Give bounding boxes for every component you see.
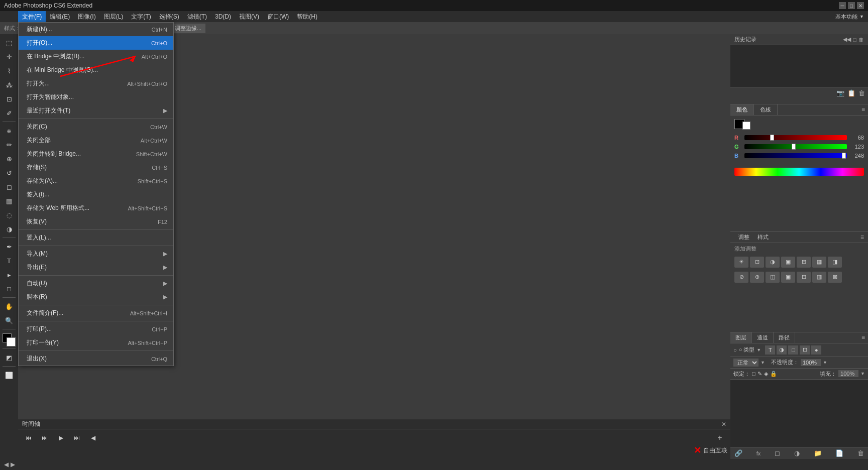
menu-filter[interactable]: 滤镜(T) [183, 11, 211, 22]
menu-save-as[interactable]: 存储为(A)... Shift+Ctrl+S [19, 174, 173, 188]
menu-view[interactable]: 视图(V) [235, 11, 263, 22]
menubar: 文件(F) 编辑(E) 图像(I) 图层(L) 文字(T) 选择(S) 滤镜(T… [0, 11, 868, 22]
menu-sep-2 [19, 229, 173, 230]
menu-layer[interactable]: 图层(L) [100, 11, 128, 22]
workspace-label: 基本功能 [835, 13, 857, 21]
menu-print[interactable]: 打印(P)... Ctrl+P [19, 322, 173, 336]
minimize-button[interactable]: ─ [839, 2, 846, 9]
menu-browse-bridge[interactable]: 在 Bridge 中浏览(B)... Alt+Ctrl+O [19, 50, 173, 63]
maximize-button[interactable]: □ [848, 2, 855, 9]
menu-print-one[interactable]: 打印一份(Y) Alt+Shift+Ctrl+P [19, 336, 173, 349]
menu-help[interactable]: 帮助(H) [293, 11, 321, 22]
menu-image[interactable]: 图像(I) [74, 11, 99, 22]
menu-new[interactable]: 新建(N)... Ctrl+N [19, 23, 173, 36]
menu-close[interactable]: 关闭(C) Ctrl+W [19, 120, 173, 134]
menu-save-web[interactable]: 存储为 Web 所用格式... Alt+Shift+Ctrl+S [19, 201, 173, 215]
menu-checkin[interactable]: 签入(I)... [19, 188, 173, 201]
menu-text[interactable]: 文字(T) [127, 11, 155, 22]
menu-scripts[interactable]: 脚本(R) ▶ [19, 290, 173, 304]
menu-open-as[interactable]: 打开为... Alt+Shift+Ctrl+O [19, 77, 173, 90]
workspace-arrow[interactable]: ▼ [859, 14, 864, 19]
menu-save[interactable]: 存储(S) Ctrl+S [19, 161, 173, 174]
close-button[interactable]: ✕ [857, 2, 864, 9]
menu-import[interactable]: 导入(M) ▶ [19, 247, 173, 261]
menu-sep-7 [19, 350, 173, 351]
menu-open[interactable]: 打开(O)... Ctrl+O [19, 36, 173, 50]
menu-sep-1 [19, 119, 173, 119]
menu-revert[interactable]: 恢复(V) F12 [19, 215, 173, 228]
titlebar: Adobe Photoshop CS6 Extended ─ □ ✕ [0, 0, 868, 11]
menu-edit[interactable]: 编辑(E) [46, 11, 74, 22]
menu-place[interactable]: 置入(L)... [19, 231, 173, 245]
menu-sep-6 [19, 321, 173, 321]
titlebar-title: Adobe Photoshop CS6 Extended [4, 2, 92, 9]
menu-3d[interactable]: 3D(D) [211, 11, 235, 22]
menu-open-smart[interactable]: 打开为智能对象... [19, 90, 173, 104]
menu-sep-5 [19, 305, 173, 305]
dropdown-overlay[interactable]: 新建(N)... Ctrl+N 打开(O)... Ctrl+O 在 Bridge… [0, 22, 868, 470]
menu-browse-mini-bridge[interactable]: 在 Mini Bridge 中浏览(G)... [19, 63, 173, 77]
menu-export[interactable]: 导出(E) ▶ [19, 261, 173, 274]
menu-sep-3 [19, 246, 173, 246]
menu-automate[interactable]: 自动(U) ▶ [19, 277, 173, 290]
menu-close-all[interactable]: 关闭全部 Alt+Ctrl+W [19, 134, 173, 147]
menu-exit[interactable]: 退出(X) Ctrl+Q [19, 352, 173, 366]
menu-window[interactable]: 窗口(W) [263, 11, 293, 22]
menu-file-info[interactable]: 文件简介(F)... Alt+Shift+Ctrl+I [19, 306, 173, 320]
menu-recent[interactable]: 最近打开文件(T) ▶ [19, 104, 173, 118]
menu-sep-4 [19, 275, 173, 276]
menu-file[interactable]: 文件(F) [18, 11, 46, 22]
titlebar-controls: ─ □ ✕ [839, 2, 864, 9]
file-menu: 新建(N)... Ctrl+N 打开(O)... Ctrl+O 在 Bridge… [18, 22, 174, 366]
menu-close-bridge[interactable]: 关闭并转到 Bridge... Shift+Ctrl+W [19, 147, 173, 161]
menu-select[interactable]: 选择(S) [155, 11, 183, 22]
